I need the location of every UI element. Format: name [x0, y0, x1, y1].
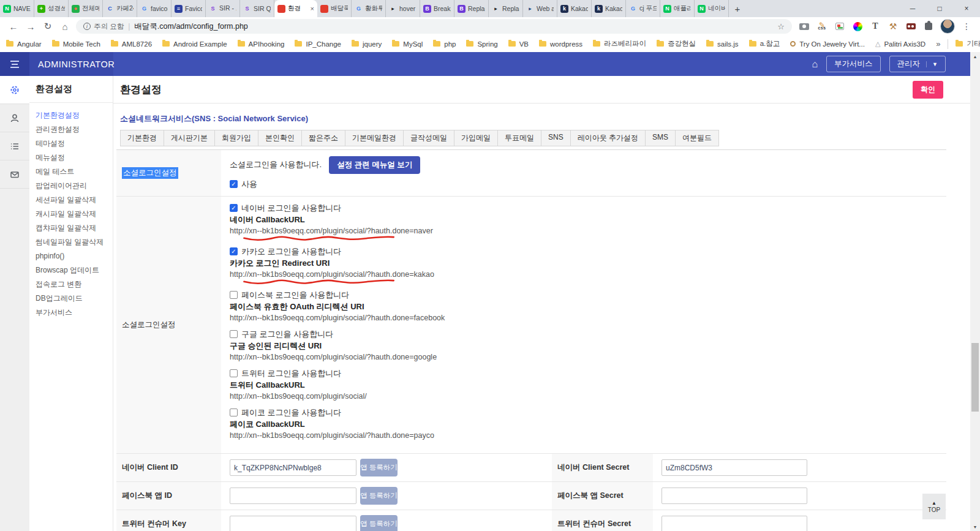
- window-close-button[interactable]: ×: [953, 0, 980, 17]
- sidebar-menu-item[interactable]: Browscap 업데이트: [36, 263, 113, 277]
- sidebar-menu-item[interactable]: 썸네일파일 일괄삭제: [36, 235, 113, 249]
- browser-tab[interactable]: B Breakp ×: [420, 0, 454, 17]
- credential-input-right[interactable]: [662, 516, 807, 531]
- bookmark-jewelry[interactable]: Try On Jewelry Virt...: [790, 40, 865, 48]
- browser-tab[interactable]: ▸ hover ×: [386, 0, 420, 17]
- scrollbar-up-arrow[interactable]: ▲: [970, 52, 980, 61]
- other-bookmarks[interactable]: 기타 북마크: [956, 39, 980, 48]
- sidebar-menu-item[interactable]: 캐시파일 일괄삭제: [36, 207, 113, 221]
- bookmark-folder[interactable]: Mobile Tech: [52, 40, 100, 48]
- settings-tab[interactable]: SMS: [645, 130, 676, 146]
- credential-input-right[interactable]: [662, 488, 807, 504]
- settings-tab[interactable]: 가입메일: [454, 130, 498, 146]
- settings-tab[interactable]: SNS: [541, 130, 571, 146]
- browser-tab[interactable]: B Replac ×: [454, 0, 489, 17]
- bookmark-folder[interactable]: php: [433, 40, 456, 48]
- bookmark-star-icon[interactable]: ☆: [777, 22, 785, 31]
- settings-tab[interactable]: 본인확인: [258, 130, 302, 146]
- bookmark-folder[interactable]: Android Example: [162, 40, 227, 48]
- rail-item-mail[interactable]: [0, 160, 29, 189]
- sidebar-menu-item[interactable]: 세션파일 일괄삭제: [36, 193, 113, 207]
- browser-tab[interactable]: N NAVER ×: [0, 0, 34, 17]
- use-checkbox[interactable]: [230, 180, 238, 188]
- sidebar-menu-item[interactable]: 메일 테스트: [36, 165, 113, 179]
- color-wheel-icon[interactable]: [851, 20, 864, 32]
- bookmark-folder[interactable]: VB: [508, 40, 529, 48]
- bookmark-folder[interactable]: AML8726: [111, 40, 152, 48]
- bookmark-folder[interactable]: Spring: [466, 40, 497, 48]
- services-button[interactable]: 부가서비스: [826, 56, 881, 72]
- bookmark-folder[interactable]: wordpress: [539, 40, 582, 48]
- settings-tab[interactable]: 투표메일: [497, 130, 541, 146]
- confirm-button[interactable]: 확인: [913, 81, 943, 99]
- url-bar[interactable]: i 주의 요함 | 배달쿡.com/adm/config_form.php ☆: [76, 19, 792, 34]
- settings-tab[interactable]: 게시판기본: [164, 130, 215, 146]
- bookmark-folder[interactable]: APIhooking: [238, 40, 285, 48]
- browser-tab[interactable]: G 황화투 ×: [352, 0, 386, 17]
- settings-tab[interactable]: 짧은주소: [301, 130, 345, 146]
- manual-view-button[interactable]: 설정 관련 메뉴얼 보기: [329, 156, 420, 174]
- credential-input-left[interactable]: [230, 488, 356, 504]
- browser-tab[interactable]: ▸ Web a ×: [523, 0, 557, 17]
- tool-hammer-icon[interactable]: ⚒: [887, 20, 899, 32]
- settings-tab[interactable]: 글작성메일: [403, 130, 454, 146]
- home-button[interactable]: ⌂: [56, 21, 74, 32]
- browser-tab[interactable]: S SIR QA ×: [240, 0, 274, 17]
- browser-tab[interactable]: k Kakao ×: [592, 0, 626, 17]
- maximize-button[interactable]: □: [926, 0, 953, 17]
- browser-tab[interactable]: N 애플리 ×: [660, 0, 695, 17]
- rail-item-members[interactable]: [0, 104, 29, 132]
- browser-tab[interactable]: S SIR - 그 ×: [206, 0, 240, 17]
- bookmarks-overflow-chevron[interactable]: »: [936, 39, 940, 48]
- rail-item-boards[interactable]: [0, 132, 29, 160]
- scrollbar-thumb[interactable]: [971, 343, 979, 412]
- app-register-button[interactable]: 앱 등록하기: [360, 515, 398, 531]
- browser-menu-icon[interactable]: ⋮: [960, 20, 973, 32]
- provider-checkbox[interactable]: [230, 409, 238, 416]
- provider-checkbox[interactable]: [230, 204, 238, 212]
- browser-tab[interactable]: N 네이버 ×: [695, 0, 729, 17]
- bookmark-folder[interactable]: sails.js: [706, 40, 739, 48]
- bookmark-axis3d[interactable]: △ Palitri Axis3D: [875, 40, 925, 48]
- sidebar-menu-item[interactable]: phpinfo(): [36, 249, 113, 263]
- browser-tab[interactable]: ▸ Replac ×: [489, 0, 523, 17]
- app-register-button[interactable]: 앱 등록하기: [360, 487, 398, 505]
- url-text[interactable]: 배달쿡.com/adm/config_form.php: [134, 21, 773, 32]
- sidebar-menu-item[interactable]: 메뉴설정: [36, 151, 113, 165]
- settings-tab[interactable]: 레이아웃 추가설정: [570, 130, 646, 146]
- forward-button[interactable]: →: [22, 21, 39, 32]
- css-editor-icon[interactable]: ✎CSS: [816, 20, 828, 32]
- credential-input-right[interactable]: [662, 459, 807, 476]
- bookmark-folder[interactable]: MySql: [392, 40, 423, 48]
- text-tool-icon[interactable]: T: [869, 20, 881, 32]
- browser-tab[interactable]: G cj 푸드 ×: [626, 0, 660, 17]
- bookmark-folder[interactable]: Angular: [6, 40, 42, 48]
- bookmark-folder[interactable]: IP_Change: [295, 40, 341, 48]
- browser-tab[interactable]: + 성경쓰 ×: [34, 0, 69, 17]
- sidebar-menu-item[interactable]: 관리권한설정: [36, 122, 113, 137]
- browser-tab[interactable]: k Kakao ×: [557, 0, 592, 17]
- site-security-indicator[interactable]: i 주의 요함: [83, 22, 124, 31]
- scrollbar-down-arrow[interactable]: ▼: [970, 522, 980, 531]
- browser-tab[interactable]: C 카페24 ×: [103, 0, 137, 17]
- back-button[interactable]: ←: [5, 21, 22, 32]
- settings-tab[interactable]: 기본메일환경: [345, 130, 404, 146]
- new-tab-button[interactable]: +: [729, 0, 746, 17]
- profile-avatar[interactable]: [940, 19, 955, 34]
- sidebar-menu-item[interactable]: 테마설정: [36, 137, 113, 151]
- provider-checkbox[interactable]: [230, 247, 238, 255]
- extensions-puzzle-icon[interactable]: [922, 20, 935, 32]
- image-extension-icon[interactable]: [834, 20, 846, 32]
- sidebar-menu-item[interactable]: DB업그레이드: [36, 292, 113, 306]
- tab-close-icon[interactable]: ×: [311, 5, 314, 12]
- app-register-button[interactable]: 앱 등록하기: [360, 459, 398, 476]
- screenshot-camera-icon[interactable]: [798, 20, 810, 32]
- provider-checkbox[interactable]: [230, 291, 238, 299]
- robot-extension-icon[interactable]: [905, 20, 917, 32]
- scroll-to-top-button[interactable]: ▲ TOP: [922, 494, 946, 519]
- bookmark-folder[interactable]: jquery: [352, 40, 382, 48]
- provider-checkbox[interactable]: [230, 369, 238, 377]
- sidebar-menu-item[interactable]: 기본환경설정: [36, 108, 113, 122]
- credential-input-left[interactable]: [230, 459, 356, 476]
- reload-button[interactable]: ↻: [39, 21, 56, 32]
